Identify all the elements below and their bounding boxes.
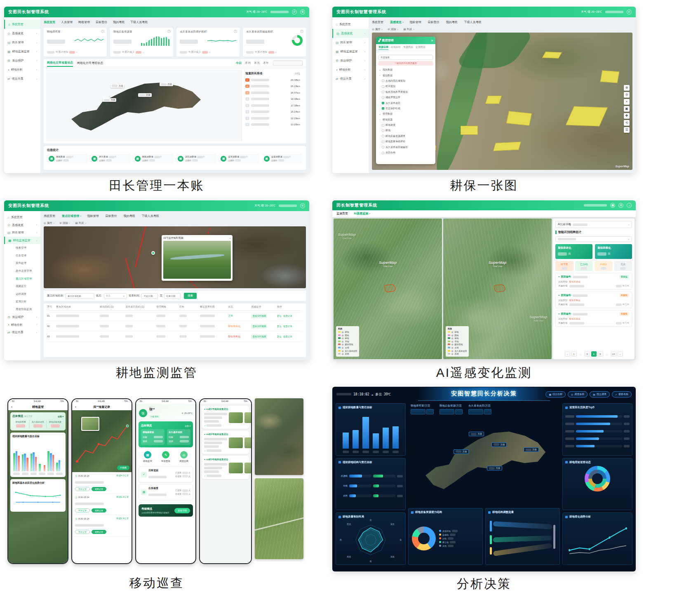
tab[interactable]: 下级人员考核 [130,20,148,24]
checkbox[interactable] [382,124,384,127]
layer-tree-item[interactable]: + 现状数据 [378,67,433,73]
tree-toggle-icon[interactable]: + [378,113,381,115]
appeal-button[interactable]: 申诉记录 [75,487,90,491]
tree-toggle-icon[interactable]: − [378,118,381,121]
layer-tree-item[interactable]: 水田分布 [378,150,433,155]
page-button[interactable]: 5 [598,351,603,357]
time-filter[interactable]: 本年 [263,61,269,65]
section-tab-assess[interactable]: 网格化日常考核动态 [77,61,103,65]
section-tab-patrol[interactable]: 网格化日常巡查动态 [47,59,73,67]
patch-card[interactable]: ⌖ 图斑编号: 未核实 识别类型:疑似非农化 所属区域: 平方米 [555,310,632,327]
decision-map[interactable]: 万亩 万亩 万亩 万亩 万亩 [408,418,560,505]
status-chip[interactable]: 待下发 [555,261,573,271]
sidebar-item[interactable]: 案件处理 [4,260,40,268]
sidebar-item[interactable]: ▤ 田长管理 › [332,38,369,47]
track-entry[interactable]: ◷ 8:30-15:24 轨迹1.9公里 申诉记录 巡查记录 [72,494,132,515]
view-detail-button[interactable]: 查看详情 [174,508,190,513]
track-entry[interactable]: ◷ 8:30-15:24 轨迹4.0公里 申诉记录 巡查记录 [72,472,132,494]
all-dropdown[interactable]: 全部 ▾ [185,425,190,427]
view-video-button[interactable]: 查看实时视频 [251,334,267,339]
rank-row[interactable]: 3 25.47km [245,89,300,96]
close-all-layers-button[interactable]: 一键关闭所有图层服务 [378,61,433,66]
satellite-pane-after[interactable]: SuperMapTrial Use SuperMapTrial Use 图例 ◎… [443,219,552,359]
toolbar-button[interactable]: ◎ 属性 ∨ [372,28,383,31]
sidebar-item[interactable]: ◎ 遥感速览 › [4,29,40,38]
checkbox[interactable] [382,80,384,82]
tab-close-icon[interactable]: × [402,21,404,24]
tab[interactable]: 监测首页 [336,212,349,216]
layer-tree-item[interactable]: 城镇开发边界 [378,95,433,100]
sidebar-item[interactable]: 用途智能监测 [4,306,40,313]
layer-tree-item[interactable]: 耕地质量等级评价 [378,139,433,144]
time-filter[interactable]: 本周 [245,61,251,65]
map-tool-button[interactable]: ⊕ [624,85,630,91]
big-map-button[interactable]: 大地图 [117,466,130,470]
tab[interactable]: 下级人员考核 [464,20,482,24]
page-button[interactable]: 4 [591,351,597,357]
table-row[interactable]: 03 疑似非粮化 查看实时视频 定位 [47,332,303,342]
back-icon[interactable]: ‹ [75,405,76,409]
tab[interactable]: 目标责任 [96,20,107,24]
nav-pill[interactable]: ▤国土调查 [590,391,610,397]
patch-card[interactable]: ⌖ 图斑编号: 非农化 识别类型:疑似非农化 所属区域: 平方米 [555,273,632,289]
batch-select[interactable]: ∨ [555,236,632,242]
layer-tree-item[interactable]: 低效用地再开发规划 [378,89,433,95]
satellite-pane-before[interactable]: SuperMapTrial Use SuperMapTrial Use 图例 ◎… [334,219,442,359]
close-icon[interactable]: × [431,39,433,42]
sidebar-item[interactable]: 任务管理 [4,252,40,260]
locate-button[interactable]: 定位 [277,325,282,328]
toolbar-button[interactable]: ⊘清除∨ [59,221,70,225]
patrol-track-map[interactable]: 大地图 [72,410,132,472]
sidebar-item[interactable]: 案件进度管理 [4,267,40,275]
tab[interactable]: 我的考核 [124,214,136,218]
tab-close-icon[interactable]: × [369,212,371,215]
record-button[interactable]: 巡查记录 [283,315,292,317]
camera-marker[interactable] [151,251,155,255]
county-map[interactable]: 万亩 万亩 万亩 万亩 [46,70,242,141]
task-card[interactable]: ✓ 日常巡回 已巡查 人 待巡查 人 [139,466,193,482]
grid-icon[interactable]: ▦ [610,203,615,208]
layer-tree-item[interactable]: − 耕地资源 [378,117,433,122]
task-card[interactable]: ▤ 任务核查 已巡查 人 待巡查 人 [139,484,193,500]
appeal-button[interactable]: 申诉记录 [75,530,90,534]
record-button[interactable]: 巡查记录 [92,487,106,491]
view-video-button[interactable]: 查看实时视频 [251,324,267,329]
checkbox[interactable] [382,91,384,93]
help-icon[interactable]: ? [167,30,171,33]
map-tool-button[interactable]: ▣ [624,106,630,112]
status-select[interactable]: 状态∨ [104,293,127,299]
sidebar-item[interactable]: ▦ 耕地监测监管 › [332,47,369,56]
rank-row[interactable]: 4 19.38km [245,96,300,103]
inspection-card[interactable]: ⌖xx村2号地块巡查点位 ✓ [202,431,249,454]
record-button[interactable]: 巡查记录 [92,508,106,513]
tab[interactable]: AI遥感监测 × [354,212,371,216]
page-button[interactable]: … [578,351,583,357]
tab[interactable]: 目标责任 [106,214,118,218]
rank-row[interactable]: 1 29.38km [245,77,300,83]
page-button[interactable]: ‹ [565,351,570,357]
checkbox[interactable] [382,85,384,88]
page-button[interactable]: › [618,351,623,357]
layer-tree-item[interactable]: 耕地坡度 [378,122,433,128]
patch-card[interactable]: ⌖ 图斑编号: 未核实 识别类型:疑似非粮化 所属区域: 平方米 [555,292,632,308]
tab[interactable]: 遥感速览 × [390,20,404,24]
layer-tree-item[interactable]: − 规划数据 [378,73,433,78]
sidebar-item[interactable]: ⌂ 系统首页 [332,20,369,29]
map-canvas[interactable]: ▞ 图层管理 × 资源目录在线标绘专题图层监测图层 一键关闭所有图层服务 [372,33,632,170]
status-chip[interactable]: 已办结 [575,261,593,271]
locate-button[interactable]: 定位 [277,335,282,338]
all-dropdown[interactable]: 全部 ▾ [58,415,63,418]
map-tool-button[interactable]: ✚ [624,113,630,119]
nav-pill[interactable]: ✓督察考核 [612,391,632,397]
layer-tree-item[interactable]: 耕地后备资源调查 [378,134,433,139]
checkbox[interactable] [382,96,384,99]
tab[interactable]: 重点区域管理 × [62,214,82,218]
feature-button[interactable]: ✎ 举报查看 [161,451,170,463]
gear-icon[interactable]: ⚙ [300,9,305,14]
sidebar-item[interactable]: 视频监控 [4,282,40,290]
rank-row[interactable]: 2 26.19km [245,83,300,90]
table-row[interactable]: 01 正常 查看实时视频 定位 [47,311,303,321]
sidebar-item[interactable]: ◑ 耕地分析 › [4,321,40,329]
phone-icon[interactable]: ✆ [300,203,305,208]
sidebar-item[interactable]: ⌂ 系统首页 [4,20,40,29]
